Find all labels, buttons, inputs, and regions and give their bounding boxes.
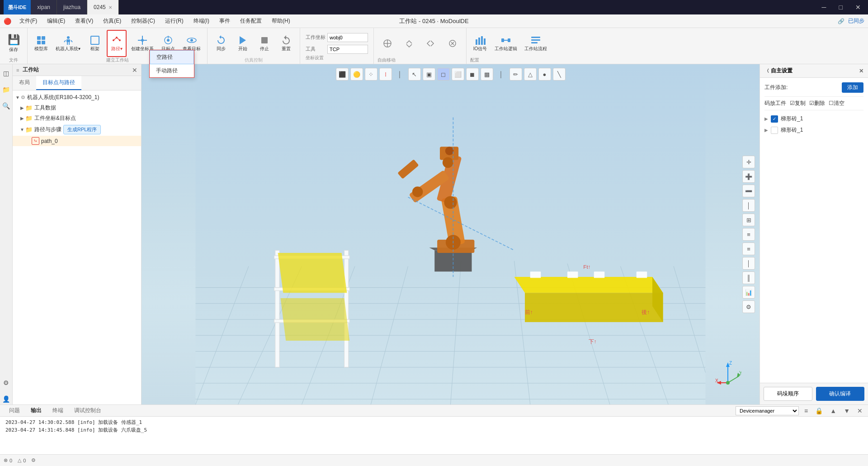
manual-path-menu-item[interactable]: 手动路径 <box>150 64 194 77</box>
tab-targets-paths[interactable]: 目标点与路径 <box>36 76 81 90</box>
menu-event[interactable]: 事件 <box>215 15 235 27</box>
station-logic-button[interactable]: 工作站逻辑 <box>492 30 520 57</box>
vp-3d-btn[interactable]: ◼ <box>466 68 479 81</box>
vp-rect-btn[interactable]: ◻ <box>437 68 450 81</box>
empty-path-menu-item[interactable]: 空路径 <box>150 50 194 64</box>
tab-0245[interactable]: 0245 ✕ <box>87 0 119 14</box>
frame-button[interactable]: 框架 <box>85 30 105 57</box>
search-icon[interactable]: 🔍 <box>1 100 12 111</box>
vp-edit-btn[interactable]: ✏ <box>509 68 522 81</box>
right-panel-close-button[interactable]: ✕ <box>859 68 863 74</box>
log-down-icon[interactable]: ▼ <box>842 406 852 415</box>
sync-button[interactable]: 同步 <box>211 30 231 57</box>
vp-tool-settings[interactable]: ⚙ <box>742 300 755 313</box>
tree-node-tool-data[interactable]: ▶ 📁 工具数据 <box>13 103 141 113</box>
close-button[interactable]: ✕ <box>852 2 864 13</box>
tree-toggle-wobj[interactable]: ▶ <box>19 115 25 122</box>
user-icon[interactable]: 👤 <box>1 394 12 404</box>
move-btn-3[interactable] <box>421 30 441 57</box>
log-close-icon[interactable]: ✕ <box>855 406 864 415</box>
tree-node-robot-system[interactable]: ▼ ⚙ 机器人系统(ER180-4-3200_1) <box>13 92 141 103</box>
bottom-tab-problems[interactable]: 问题 <box>4 405 25 416</box>
stop-button[interactable]: 停止 <box>255 30 274 57</box>
vp-line-btn[interactable]: ╲ <box>553 68 566 81</box>
move-btn-4[interactable] <box>443 30 462 57</box>
wobj-input[interactable] <box>327 33 368 42</box>
vp-dots-btn[interactable]: ⁘ <box>365 68 377 81</box>
tree-toggle-paths[interactable]: ▼ <box>19 127 25 133</box>
vp-tool-list[interactable]: ≡ <box>742 228 755 241</box>
vp-points-btn[interactable]: ⁞ <box>379 68 392 81</box>
menu-help[interactable]: 帮助(H) <box>267 15 295 27</box>
vp-tool-move[interactable]: ✛ <box>742 156 755 168</box>
move-btn-2[interactable] <box>399 30 419 57</box>
menu-edit[interactable]: 编辑(E) <box>42 15 70 27</box>
copy-label[interactable]: ☑复制 <box>790 100 806 107</box>
minimize-button[interactable]: ─ <box>818 2 830 13</box>
tab-xipan[interactable]: xipan <box>31 0 57 14</box>
device-select[interactable]: Devicemanager <box>736 406 799 415</box>
rp-check-2[interactable] <box>771 127 778 134</box>
io-signal-button[interactable]: IO信号 <box>470 30 490 57</box>
tree-toggle-path0[interactable] <box>25 138 32 144</box>
vp-circle-btn[interactable]: ● <box>538 68 551 81</box>
save-button[interactable]: 💾 保存 <box>4 30 24 57</box>
delete-label[interactable]: ☑删除 <box>809 100 825 107</box>
vp-tool-frame[interactable]: │ <box>742 199 755 212</box>
log-lock-icon[interactable]: 🔒 <box>813 406 825 415</box>
tab-layout[interactable]: 布局 <box>13 76 36 90</box>
menu-simulation[interactable]: 仿真(E) <box>99 15 126 27</box>
confirm-compile-button[interactable]: 确认编译 <box>816 387 865 401</box>
bottom-tab-terminal[interactable]: 终端 <box>47 405 69 416</box>
log-up-icon[interactable]: ▲ <box>828 406 838 415</box>
maximize-button[interactable]: □ <box>835 2 846 13</box>
station-flow-button[interactable]: 工作站流程 <box>522 30 550 57</box>
vp-tool-zoom-in[interactable]: ➕ <box>742 170 755 183</box>
model-library-button[interactable]: 模型库 <box>31 30 51 57</box>
panel-close-button[interactable]: ✕ <box>132 67 137 74</box>
vp-frame-btn[interactable]: ⬜ <box>452 68 464 81</box>
move-btn-1[interactable] <box>377 30 397 57</box>
menu-run[interactable]: 运行(R) <box>160 15 188 27</box>
menu-controller[interactable]: 控制器(C) <box>127 15 160 27</box>
rp-expand-1[interactable]: ▶ <box>764 116 768 121</box>
tree-toggle-tool[interactable]: ▶ <box>19 105 25 111</box>
tree-node-path0[interactable]: ⤷ path_0 <box>13 136 141 146</box>
tool-input[interactable] <box>327 45 368 54</box>
rp-check-1[interactable]: ✓ <box>771 115 778 123</box>
reset-button[interactable]: 重置 <box>276 30 296 57</box>
vp-tool-list2[interactable]: ≡ <box>742 243 755 255</box>
viewport-3d[interactable]: Ft↑ 前↑ 後↑ 下↑ ⬛ 🟡 ⁘ ⁞ │ ↖ ▣ ◻ ⬜ ◼ ▩ │ ✏ △… <box>142 64 760 404</box>
path-button[interactable]: 路径▾ <box>107 30 127 57</box>
menu-task[interactable]: 任务配置 <box>236 15 266 27</box>
generate-rpl-button[interactable]: 生成RPL程序 <box>63 125 101 134</box>
stack-order-button[interactable]: 码垛顺序 <box>764 387 812 401</box>
menu-terminal[interactable]: 终端(I) <box>189 15 214 27</box>
menu-view[interactable]: 查看(V) <box>71 15 98 27</box>
bottom-tab-debug[interactable]: 调试控制台 <box>69 405 107 416</box>
vp-tool-bars[interactable]: ║ <box>742 271 755 284</box>
vp-tool-zoom-out[interactable]: ➖ <box>742 185 755 197</box>
tab-jiazhua[interactable]: jiazhua <box>57 0 87 14</box>
right-panel-collapse[interactable]: 〈 <box>764 68 769 74</box>
explorer-icon[interactable]: 📁 <box>1 84 12 95</box>
tab-close-icon[interactable]: ✕ <box>108 5 112 10</box>
sidebar-toggle-button[interactable]: ◫ <box>1 68 12 79</box>
vp-box-btn[interactable]: ▩ <box>481 68 493 81</box>
menu-file[interactable]: 文件(F) <box>15 15 42 27</box>
vp-tool-chart[interactable]: 📊 <box>742 286 755 299</box>
bottom-tab-output[interactable]: 输出 <box>25 405 47 416</box>
vp-square-btn[interactable]: ▣ <box>423 68 435 81</box>
log-list-icon[interactable]: ≡ <box>802 406 810 415</box>
tree-toggle-robot[interactable]: ▼ <box>14 95 21 101</box>
vp-cube-btn[interactable]: ⬛ <box>336 68 349 81</box>
vp-pointer-btn[interactable]: ↖ <box>408 68 421 81</box>
rp-expand-2[interactable]: ▶ <box>764 128 768 133</box>
robot-system-button[interactable]: 机器人系统▾ <box>53 30 83 57</box>
vp-tool-grid[interactable]: ⊞ <box>742 214 755 226</box>
vp-tri-btn[interactable]: △ <box>524 68 537 81</box>
tree-node-wobj[interactable]: ▶ 📁 工件坐标&目标点 <box>13 113 141 124</box>
add-workpiece-button[interactable]: 添加 <box>842 82 863 93</box>
vp-cube2-btn[interactable]: 🟡 <box>350 68 363 81</box>
clear-label[interactable]: ☐清空 <box>829 100 844 107</box>
